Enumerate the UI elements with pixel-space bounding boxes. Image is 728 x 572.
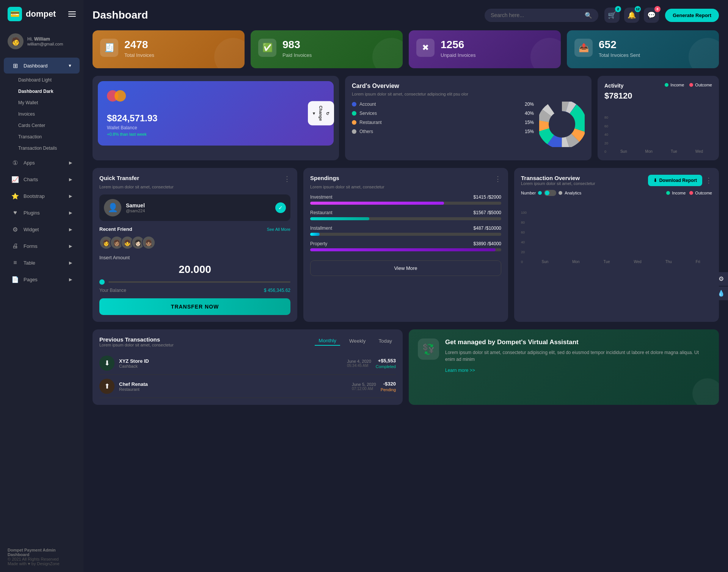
spending-restaurant-label: Restaurant <box>310 210 333 215</box>
prev-transactions-card: Previous Transactions Lorem ipsum dolor … <box>93 329 403 405</box>
stat-info-unpaid-invoices: 1256 Unpaid Invoices <box>441 39 476 58</box>
hamburger-menu[interactable] <box>68 11 76 17</box>
side-settings-button[interactable]: ⚙ <box>714 272 728 286</box>
forms-icon: 🖨 <box>11 242 19 250</box>
tab-weekly[interactable]: Weekly <box>345 337 369 345</box>
legend-item-account: Account 20% <box>352 102 534 107</box>
unpaid-invoices-icon: ✖ <box>416 39 435 57</box>
sidebar-sub-transaction-details[interactable]: Transaction Details <box>0 143 83 154</box>
va-title: Get managed by Dompet's Virtual Assistan… <box>445 338 710 346</box>
sidebar-item-widget[interactable]: ⚙ Widget ▶ <box>4 221 80 237</box>
legend-dot-services <box>352 111 356 116</box>
legend-label-account: Account <box>359 102 376 107</box>
spendings-menu[interactable]: ⋮ <box>494 175 501 183</box>
spendings-title: Spendings <box>310 175 339 181</box>
sidebar-item-dashboard[interactable]: ⊞ Dashboard ▼ <box>4 58 80 74</box>
tx-status-1: Completed <box>376 364 396 369</box>
tx-bar-area <box>530 204 712 257</box>
wallet-growth: +0.8% than last week <box>107 132 325 136</box>
legend-dot-restaurant <box>352 120 356 125</box>
generate-report-button[interactable]: Generate Report <box>665 9 719 22</box>
sidebar-item-label: Table <box>24 260 64 266</box>
total-invoices-label: Total Invoices <box>124 52 154 58</box>
slider-handle[interactable] <box>99 279 105 285</box>
unpaid-invoices-label: Unpaid Invoices <box>441 52 476 58</box>
download-icon: ⬇ <box>653 178 657 183</box>
outcome-legend: Outcome <box>689 83 712 87</box>
tx-income-label: Income <box>672 191 686 195</box>
sidebar-sub-transaction[interactable]: Transaction <box>0 131 83 143</box>
legend-label-restaurant: Restaurant <box>359 120 382 125</box>
income-legend-dot <box>665 83 668 87</box>
legend-label-others: Others <box>359 129 373 134</box>
sidebar-sub-dashboard-dark[interactable]: Dashboard Dark <box>0 86 83 97</box>
sidebar-item-plugins[interactable]: ♥ Plugins ▶ <box>4 205 80 221</box>
cart-button[interactable]: 🛒 2 <box>604 8 620 23</box>
sidebar-item-pages[interactable]: 📄 Pages ▶ <box>4 271 80 287</box>
sidebar-sub-invoices[interactable]: Invoices <box>0 108 83 120</box>
side-theme-button[interactable]: 💧 <box>714 287 728 300</box>
transfer-user-row: 👤 Samuel @sam224 ✓ <box>99 194 290 221</box>
dashboard-icon: ⊞ <box>11 62 19 69</box>
tx-header-right: ⬇ Download Report ⋮ <box>648 175 712 186</box>
spending-installment-fill <box>310 233 320 236</box>
notifications-button[interactable]: 🔔 12 <box>624 8 639 23</box>
prev-tx-title-area: Previous Transactions Lorem ipsum dolor … <box>99 336 174 347</box>
tab-today[interactable]: Today <box>375 337 396 345</box>
charts-icon: 📈 <box>11 176 19 183</box>
sidebar-item-label: Bootstrap <box>24 193 64 199</box>
tx-date-2: June 5, 2020 <box>352 382 376 387</box>
main-content: Dashboard 🔍 🛒 2 🔔 12 💬 8 Generate Report… <box>83 0 728 572</box>
sidebar-item-forms[interactable]: 🖨 Forms ▶ <box>4 238 80 254</box>
user-section: 🧑 Hi, William william@gmail.com <box>0 28 83 55</box>
transfer-user-avatar: 👤 <box>104 199 121 216</box>
filter-toggle-number[interactable] <box>544 190 556 196</box>
user-info: Hi, William william@gmail.com <box>27 36 63 46</box>
view-more-button[interactable]: View More <box>310 260 501 276</box>
friend-avatar-5[interactable]: 👧🏽 <box>142 236 155 249</box>
tx-overview-menu[interactable]: ⋮ <box>705 176 712 185</box>
spending-property-bar <box>310 248 501 251</box>
tx-time-2: 07:12:00 AM <box>352 387 376 391</box>
sidebar-item-table[interactable]: ≡ Table ▶ <box>4 255 80 271</box>
filter-number-dot <box>538 191 542 195</box>
cards-overview-title: Card's Overview <box>352 83 585 89</box>
search-icon[interactable]: 🔍 <box>585 12 592 19</box>
legend-item-restaurant: Restaurant 15% <box>352 120 534 125</box>
sidebar-item-bootstrap[interactable]: ⭐ Bootstrap ▶ <box>4 188 80 204</box>
user-email: william@gmail.com <box>27 42 63 46</box>
transfer-now-button[interactable]: TRANSFER NOW <box>99 298 290 315</box>
unpaid-invoices-number: 1256 <box>441 39 476 51</box>
activity-section: Activity Income Outcome $78120 80 60 <box>598 76 719 160</box>
spending-property-fill <box>310 248 496 251</box>
sidebar-item-charts[interactable]: 📈 Charts ▶ <box>4 171 80 187</box>
wallet-label: Wallet Balance <box>107 125 325 130</box>
change-button[interactable]: ↻ Change ▼ <box>308 101 334 125</box>
income-legend: Income <box>665 83 684 87</box>
search-input[interactable] <box>491 12 582 18</box>
see-all-link[interactable]: See All More <box>267 227 290 232</box>
tx-overview-title: Transaction Overview <box>521 175 595 181</box>
sidebar-item-apps[interactable]: ① Apps ▶ <box>4 155 80 171</box>
wallet-section: $824,571.93 Wallet Balance +0.8% than la… <box>93 76 339 160</box>
tab-monthly[interactable]: Monthly <box>315 336 340 346</box>
recent-friend-label: Recent Friend <box>99 226 132 232</box>
sidebar-sub-my-wallet[interactable]: My Wallet <box>0 97 83 108</box>
bar-x-labels: Sun Mon Tue Wed <box>611 149 712 154</box>
paid-invoices-icon: ✅ <box>258 39 276 57</box>
transfer-user-info: Samuel @sam224 <box>126 202 145 213</box>
spending-investment-label: Investment <box>310 194 333 200</box>
spending-restaurant-fill <box>310 217 369 220</box>
messages-button[interactable]: 💬 8 <box>644 8 659 23</box>
check-circle-icon: ✓ <box>275 202 286 213</box>
quick-transfer-menu[interactable]: ⋮ <box>284 175 290 183</box>
sidebar-sub-cards-center[interactable]: Cards Center <box>0 120 83 131</box>
download-report-button[interactable]: ⬇ Download Report <box>648 175 702 186</box>
filter-number: Number Analytics <box>521 190 581 196</box>
va-learn-more-link[interactable]: Learn more >> <box>445 368 475 373</box>
sidebar-sub-dashboard-light[interactable]: Dashboard Light <box>0 74 83 86</box>
tx-filters: Number Analytics Income Outcome <box>521 190 712 196</box>
amount-slider[interactable] <box>99 279 290 285</box>
tx-name-1: XYZ Store ID <box>119 358 342 364</box>
spending-investment-bar <box>310 202 501 205</box>
